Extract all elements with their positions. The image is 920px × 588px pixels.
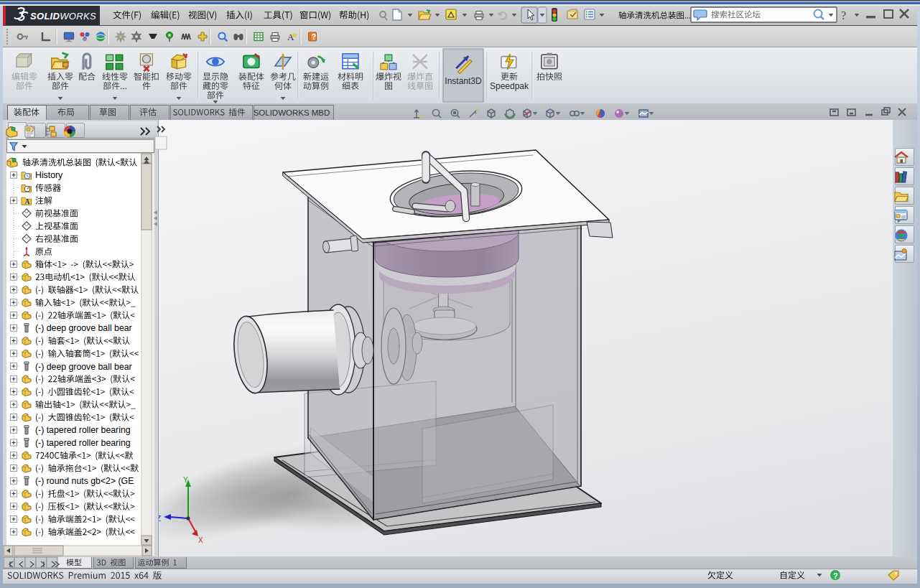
svg-text:SOLIDWORKS MBD: SOLIDWORKS MBD bbox=[254, 108, 330, 117]
svg-text:A: A bbox=[24, 198, 29, 205]
svg-text:(-) round nuts gb<2> (GE: (-) round nuts gb<2> (GE bbox=[35, 476, 134, 486]
svg-text:(-) deep groove ball bear: (-) deep groove ball bear bbox=[35, 323, 132, 333]
svg-text:?: ? bbox=[312, 33, 316, 41]
svg-text:Speedpak: Speedpak bbox=[490, 81, 529, 91]
svg-text:?: ? bbox=[841, 9, 846, 22]
svg-text:History: History bbox=[35, 170, 63, 180]
svg-text:(-) deep groove ball bear: (-) deep groove ball bear bbox=[35, 362, 132, 372]
svg-text:(-) tapered roller bearing: (-) tapered roller bearing bbox=[35, 425, 131, 435]
svg-text:Instant3D: Instant3D bbox=[445, 76, 482, 86]
svg-text:(-) tapered roller bearing: (-) tapered roller bearing bbox=[35, 438, 131, 448]
svg-text:?: ? bbox=[833, 571, 838, 580]
